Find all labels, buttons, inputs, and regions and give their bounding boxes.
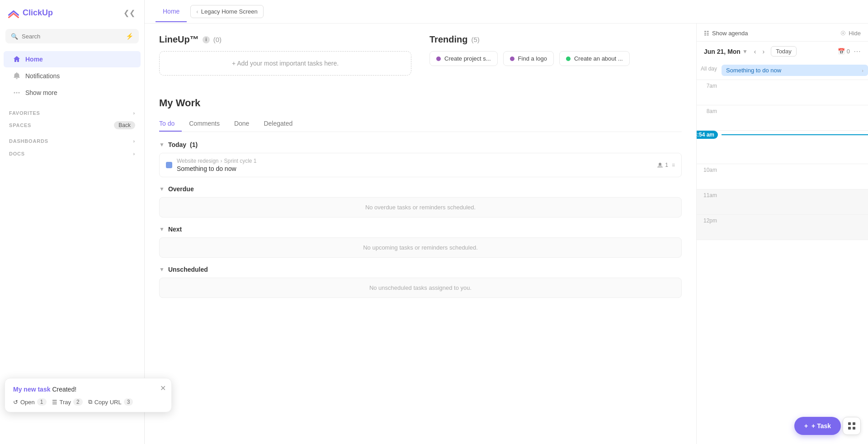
svg-rect-5 xyxy=(853,422,855,425)
work-tab-done[interactable]: Done xyxy=(227,116,256,132)
calendar-today-button[interactable]: Today xyxy=(771,46,797,57)
sidebar-navigation: Home Notifications Show more xyxy=(0,47,144,105)
tab-legacy-home[interactable]: ‹ Legacy Home Screen xyxy=(190,5,263,18)
trending-item-2-label: Find a logo xyxy=(518,55,547,62)
trending-item-1[interactable]: Create project s... xyxy=(429,51,498,66)
time-label-12pm: 12pm xyxy=(697,215,722,240)
lineup-add-button[interactable]: + Add your most important tasks here. xyxy=(159,51,411,76)
lightning-icon: ⚡ xyxy=(126,33,133,40)
time-label-9am xyxy=(697,139,722,164)
time-label-11am: 11am xyxy=(697,189,722,214)
calendar-prev-button[interactable]: ‹ xyxy=(751,47,759,57)
task-item-1[interactable]: Website redesign › Sprint cycle 1 Someth… xyxy=(159,153,682,177)
calendar-header: Jun 21, Mon ▼ ‹ › Today 📅 0 ⋯ xyxy=(697,42,868,61)
sidebar-item-show-more[interactable]: Show more xyxy=(4,85,141,101)
current-time-badge: 8:54 am xyxy=(697,131,718,139)
unscheduled-section: ▼ Unscheduled No unscheduled tasks assig… xyxy=(159,266,682,298)
main-content: Home ‹ Legacy Home Screen LineUp™ i (0) … xyxy=(145,0,868,444)
unscheduled-label: Unscheduled xyxy=(168,266,208,273)
overdue-empty: No overdue tasks or reminders scheduled. xyxy=(159,197,682,217)
calendar-allday-event[interactable]: Something to do now › xyxy=(722,65,868,76)
trending-item-2[interactable]: Find a logo xyxy=(503,51,554,66)
calendar-slot-8am: 8am xyxy=(697,105,868,131)
toast-close-button[interactable]: ✕ xyxy=(160,384,166,392)
calendar-slot-7am: 7am xyxy=(697,80,868,105)
slot-content-8am xyxy=(722,105,868,130)
docs-section-label[interactable]: DOCS › xyxy=(9,151,135,156)
work-panel: LineUp™ i (0) + Add your most important … xyxy=(145,24,696,444)
task-info-1: Website redesign › Sprint cycle 1 Someth… xyxy=(177,158,652,172)
work-tab-comments[interactable]: Comments xyxy=(182,116,227,132)
svg-rect-7 xyxy=(853,427,855,430)
slot-content-10am xyxy=(722,164,868,189)
trending-title: Trending xyxy=(429,34,467,45)
open-count-badge: 1 xyxy=(37,398,47,406)
legacy-chevron-left-icon: ‹ xyxy=(196,8,198,15)
unscheduled-section-header[interactable]: ▼ Unscheduled xyxy=(159,266,682,273)
copy-count-badge: 3 xyxy=(124,398,133,406)
content-area: LineUp™ i (0) + Add your most important … xyxy=(145,24,868,444)
today-section: ▼ Today (1) Website redesign › Sprint cy… xyxy=(159,141,682,177)
topbar: Home ‹ Legacy Home Screen xyxy=(145,0,868,24)
svg-rect-4 xyxy=(848,422,851,425)
next-empty: No upcoming tasks or reminders scheduled… xyxy=(159,237,682,258)
calendar-date-label: Jun 21, Mon xyxy=(704,48,741,55)
slot-content-12pm xyxy=(722,215,868,240)
slot-content-11am xyxy=(722,189,868,214)
calendar-next-button[interactable]: › xyxy=(760,47,767,57)
overdue-section: ▼ Overdue No overdue tasks or reminders … xyxy=(159,185,682,217)
search-icon: 🔍 xyxy=(11,33,18,40)
toast-open-button[interactable]: ↺ Open 1 xyxy=(13,398,47,406)
favorites-section-label[interactable]: FAVORITES › xyxy=(9,110,135,116)
agenda-lines-icon: ☷ xyxy=(704,30,709,37)
lineup-info-icon[interactable]: i xyxy=(203,36,210,43)
calendar-navigation: ‹ › xyxy=(751,47,767,57)
favorites-chevron-icon: › xyxy=(133,110,135,116)
trend-dot-2 xyxy=(510,57,514,61)
sidebar-item-notifications[interactable]: Notifications xyxy=(4,68,141,84)
back-badge[interactable]: Back xyxy=(114,121,135,129)
trending-section: Trending (5) Create project s... Find a … xyxy=(429,34,682,88)
tray-icon: ☰ xyxy=(52,399,57,406)
calendar-date[interactable]: Jun 21, Mon ▼ xyxy=(704,48,748,55)
app-logo[interactable]: ClickUp xyxy=(7,6,53,19)
trending-count: (5) xyxy=(471,36,479,43)
calendar-allday-label: All day xyxy=(697,65,722,76)
toast-copy-url-button[interactable]: ⧉ Copy URL 3 xyxy=(88,398,133,406)
calendar-slot-9am xyxy=(697,139,868,164)
calendar-more-button[interactable]: ⋯ xyxy=(854,47,861,56)
docs-section: DOCS › xyxy=(0,146,144,158)
current-time-row: 8:54 am xyxy=(697,131,868,139)
trending-header: Trending (5) xyxy=(429,34,682,45)
task-checkbox-1[interactable] xyxy=(166,162,172,168)
toast-task-link[interactable]: My new task xyxy=(13,386,50,393)
calendar-count-label: 0 xyxy=(847,48,850,55)
trending-item-3[interactable]: Create an about ... xyxy=(559,51,630,66)
overdue-section-header[interactable]: ▼ Overdue xyxy=(159,185,682,193)
grid-view-button[interactable] xyxy=(843,417,861,435)
allday-event-arrow-icon: › xyxy=(862,68,863,73)
search-bar[interactable]: 🔍 ⚡ xyxy=(5,29,139,43)
next-section-header[interactable]: ▼ Next xyxy=(159,226,682,233)
search-input[interactable] xyxy=(22,33,122,40)
sidebar-item-home[interactable]: Home xyxy=(4,51,141,67)
svg-point-1 xyxy=(16,92,18,94)
work-tab-delegated[interactable]: Delegated xyxy=(256,116,300,132)
trending-items-list: Create project s... Find a logo Create a… xyxy=(429,51,682,66)
add-task-button[interactable]: + + Task xyxy=(794,417,841,435)
collapse-sidebar-button[interactable]: ❮❮ xyxy=(122,7,137,19)
toast-tray-button[interactable]: ☰ Tray 2 xyxy=(52,398,83,406)
task-meta-1: 1 ≡ xyxy=(657,162,675,168)
tab-home[interactable]: Home xyxy=(156,1,187,22)
grid-icon xyxy=(848,422,856,430)
show-agenda-button[interactable]: ☷ Show agenda xyxy=(704,30,748,37)
spaces-section[interactable]: SPACES Back xyxy=(0,118,144,133)
calendar-slot-10am: 10am xyxy=(697,164,868,189)
work-tab-todo[interactable]: To do xyxy=(159,116,182,132)
hide-calendar-button[interactable]: ☉ Hide xyxy=(840,30,861,37)
today-section-header[interactable]: ▼ Today (1) xyxy=(159,141,682,148)
path-separator-icon: › xyxy=(221,158,222,164)
calendar-icon: 📅 xyxy=(838,48,845,55)
dashboards-section-label[interactable]: DASHBOARDS › xyxy=(9,138,135,144)
calendar-task-count: 📅 0 xyxy=(838,48,850,55)
